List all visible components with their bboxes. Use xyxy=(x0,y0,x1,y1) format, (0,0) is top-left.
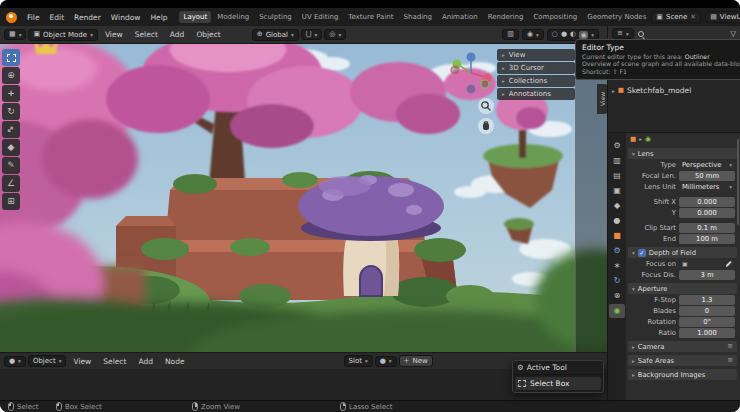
annotate-tool[interactable]: ✎ xyxy=(2,157,20,174)
tab-constraints[interactable]: ⊗ xyxy=(609,289,625,303)
cursor-tool[interactable]: ⊕ xyxy=(2,67,20,84)
focus-object-picker[interactable]: ▣ xyxy=(679,259,735,269)
blender-logo-icon[interactable] xyxy=(6,12,17,23)
panel-menu-icon[interactable]: ≡ xyxy=(727,343,733,350)
panel-header-camera[interactable]: ▸ Camera ≡ xyxy=(628,341,737,352)
close-icon[interactable]: ✕ xyxy=(690,14,696,21)
tab-object[interactable]: ■ xyxy=(609,229,625,243)
wireframe-shading-icon[interactable]: ○ xyxy=(552,31,558,38)
tab-particles[interactable]: ∗ xyxy=(609,259,625,273)
workspace-tab-layout[interactable]: Layout xyxy=(179,11,211,23)
menu-view[interactable]: View xyxy=(68,357,96,366)
panel-header-aperture[interactable]: ▾ Aperture xyxy=(628,283,737,294)
xray-toggle[interactable]: ▥ xyxy=(502,29,519,40)
shift-y-field[interactable]: 0.000 xyxy=(679,208,735,218)
tab-scene[interactable]: ◆ xyxy=(609,199,625,213)
lens-unit-dropdown[interactable]: Millimeters ▾ xyxy=(679,182,735,192)
sidebar-panel-collections[interactable]: ▸ Collections xyxy=(497,75,575,87)
workspace-tab-modeling[interactable]: Modeling xyxy=(213,11,253,23)
measure-tool[interactable]: ∠ xyxy=(2,175,20,192)
depth-of-field-checkbox[interactable] xyxy=(638,249,646,257)
zoom-view-button[interactable] xyxy=(478,98,494,114)
clip-end-field[interactable]: 100 m xyxy=(679,234,735,244)
filter-icon[interactable]: ▽ xyxy=(730,30,736,38)
rendered-shading-icon[interactable]: ◉ xyxy=(581,32,587,39)
menu-edit[interactable]: Edit xyxy=(45,13,70,22)
material-browse-dropdown[interactable]: ● ▾ xyxy=(375,356,397,367)
clip-start-field[interactable]: 0.1 m xyxy=(679,223,735,233)
scale-tool[interactable]: ↔ xyxy=(2,121,20,138)
tab-camera-data[interactable]: ◉ xyxy=(609,304,625,318)
rotate-tool[interactable]: ↻ xyxy=(2,103,20,120)
workspace-tab-sculpting[interactable]: Sculpting xyxy=(255,11,296,23)
sidebar-tab-view[interactable]: View xyxy=(597,84,607,114)
menu-node[interactable]: Node xyxy=(160,357,190,366)
tab-modifiers[interactable]: ⚙ xyxy=(609,244,625,258)
expand-arrow-icon[interactable]: ▸ xyxy=(612,88,615,94)
tab-view-layer[interactable]: ▣ xyxy=(609,184,625,198)
active-tool-item[interactable]: Select Box xyxy=(515,377,601,390)
sidebar-panel-3d-cursor[interactable]: ▸ 3D Cursor xyxy=(497,62,575,74)
menu-render[interactable]: Render xyxy=(69,13,106,22)
scene-selector[interactable]: ▣ Scene ✕ xyxy=(651,11,701,23)
sidebar-panel-view[interactable]: ▸ View xyxy=(497,49,575,61)
menu-help[interactable]: Help xyxy=(145,13,172,22)
panel-header-lens[interactable]: ▾ Lens xyxy=(628,148,737,159)
select-box-tool[interactable] xyxy=(2,49,20,66)
panel-menu-icon[interactable]: ≡ xyxy=(727,357,733,364)
tab-render[interactable]: ▥ xyxy=(609,154,625,168)
menu-select[interactable]: Select xyxy=(98,357,131,366)
shift-x-field[interactable]: 0.000 xyxy=(679,197,735,207)
new-material-button[interactable]: + New xyxy=(399,355,433,367)
menu-add[interactable]: Add xyxy=(133,357,158,366)
tab-tool[interactable]: ⚙ xyxy=(609,139,625,153)
viewport-3d[interactable]: ⊕ + ↻ ↔ ◆ ✎ ∠ ⊞ xyxy=(0,44,607,352)
workspace-tab-uv-editing[interactable]: UV Editing xyxy=(298,11,343,23)
proportional-edit-dropdown[interactable]: ◎ ▾ xyxy=(324,29,346,40)
type-dropdown[interactable]: Perspective ▾ xyxy=(679,160,735,170)
editor-type-dropdown[interactable]: ▦ ▾ xyxy=(4,29,26,40)
add-cube-tool[interactable]: ⊞ xyxy=(2,193,20,210)
solid-shading-icon[interactable]: ● xyxy=(561,31,567,38)
fstop-field[interactable]: 1.3 xyxy=(679,295,735,305)
focus-distance-field[interactable]: 3 m xyxy=(679,270,735,280)
transform-tool[interactable]: ◆ xyxy=(2,139,20,156)
menu-object[interactable]: Object xyxy=(191,30,225,39)
snap-toggle[interactable]: ⋃ ▾ xyxy=(301,29,323,40)
eyedropper-icon[interactable] xyxy=(724,260,732,268)
menu-window[interactable]: Window xyxy=(106,13,146,22)
tab-physics[interactable]: ↻ xyxy=(609,274,625,288)
sidebar-panel-annotations[interactable]: ▸ Annotations xyxy=(497,88,575,100)
panel-header-depth-of-field[interactable]: ▾ Depth of Field xyxy=(628,247,737,258)
menu-file[interactable]: File xyxy=(22,13,45,22)
workspace-tab-texture-paint[interactable]: Texture Paint xyxy=(344,11,397,23)
view-layer-selector[interactable]: ▤ ViewLayer ✕ xyxy=(705,11,740,23)
move-tool[interactable]: + xyxy=(2,85,20,102)
workspace-tab-animation[interactable]: Animation xyxy=(438,11,482,23)
active-tool-header[interactable]: ⚙ Active Tool xyxy=(513,361,603,375)
move-view-button[interactable] xyxy=(478,118,494,134)
outliner-item-sketchfab-model[interactable]: ▸ ■ Sketchfab_model xyxy=(612,86,691,95)
material-shading-icon[interactable]: ◐ xyxy=(570,31,576,38)
overlays-dropdown[interactable]: ◉ ▾ xyxy=(522,29,544,40)
focal-length-field[interactable]: 50 mm xyxy=(679,171,735,181)
transform-orientation-dropdown[interactable]: ⊕ Global ▾ xyxy=(252,29,299,41)
outliner-editor-type-dropdown[interactable]: ≡ ▾ xyxy=(612,28,634,39)
mode-dropdown[interactable]: ▣ Object Mode ▾ xyxy=(28,29,98,41)
workspace-tab-rendering[interactable]: Rendering xyxy=(484,11,528,23)
ratio-field[interactable]: 1.000 xyxy=(679,328,735,338)
menu-view[interactable]: View xyxy=(100,30,128,39)
menu-add[interactable]: Add xyxy=(165,30,190,39)
node-editor-type-dropdown[interactable]: ● ▾ xyxy=(4,356,26,367)
workspace-tab-compositing[interactable]: Compositing xyxy=(529,11,581,23)
slot-dropdown[interactable]: Slot ▾ xyxy=(344,355,373,367)
blades-field[interactable]: 0 xyxy=(679,306,735,316)
search-icon[interactable] xyxy=(638,31,644,37)
navigation-gizmo[interactable] xyxy=(448,50,494,96)
tab-output[interactable]: ▤ xyxy=(609,169,625,183)
rotation-field[interactable]: 0° xyxy=(679,317,735,327)
menu-select[interactable]: Select xyxy=(130,30,163,39)
shader-type-dropdown[interactable]: Object ▾ xyxy=(28,355,67,367)
panel-header-background-images[interactable]: ▸ Background Images xyxy=(628,369,737,380)
workspace-tab-shading[interactable]: Shading xyxy=(400,11,436,23)
